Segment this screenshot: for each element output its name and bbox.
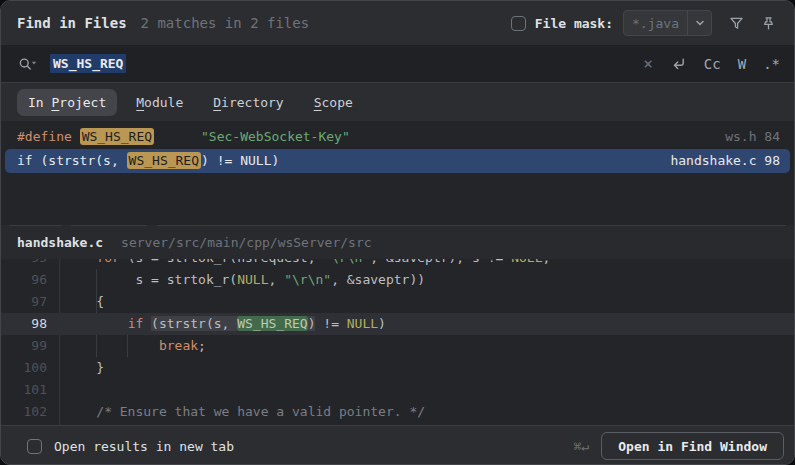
- match-case-toggle[interactable]: Cc: [704, 56, 721, 72]
- code-segment: ;: [542, 259, 550, 265]
- results-list: #define WS_HS_REQ "Sec-WebSocket-Key"ws.…: [1, 121, 794, 225]
- tab-in-project[interactable]: In Project: [17, 89, 117, 116]
- line-number: 99: [1, 335, 59, 357]
- search-options: × Cc W .*: [643, 55, 780, 72]
- code-line: 98 if (strstr(s, WS_HS_REQ) != NULL): [1, 313, 794, 335]
- code-line: 101: [1, 379, 794, 401]
- code-segment: "\r\n": [323, 259, 370, 265]
- line-number: 101: [1, 379, 59, 401]
- code-segment: #define: [17, 129, 80, 144]
- code-segment: , &saveptr)): [331, 272, 425, 287]
- code-line: 96 s = strtok_r(NULL, "\r\n", &saveptr)): [1, 269, 794, 291]
- code-segment: WS_HS_REQ: [127, 152, 201, 169]
- code-segment: NULL: [347, 316, 378, 331]
- search-bar: WS_HS_REQ × Cc W .*: [1, 45, 794, 83]
- code-segment: {: [65, 294, 104, 309]
- file-mask-combo[interactable]: *.java: [623, 10, 712, 36]
- match-count: 2 matches in 2 files: [141, 15, 310, 31]
- header-right-controls: File mask: *.java: [511, 10, 780, 36]
- code-segment: /* Ensure that we have a valid pointer. …: [96, 404, 425, 419]
- result-row[interactable]: if (strstr(s, WS_HS_REQ) != NULL)handsha…: [5, 149, 790, 173]
- code-segment: if: [128, 316, 151, 331]
- divider-segment: [157, 225, 786, 226]
- line-text: }: [59, 357, 104, 379]
- result-text: if (strstr(s, WS_HS_REQ) != NULL): [17, 149, 279, 173]
- code-segment: if (strstr(s,: [17, 153, 127, 168]
- code-line: 95 for (s = strtok_r(hsrequest, "\r\n", …: [1, 259, 794, 269]
- code-segment: WS_HS_REQ: [237, 316, 307, 331]
- line-text: [59, 379, 65, 401]
- result-location: handshake.c 98: [670, 149, 780, 173]
- search-query-text: WS_HS_REQ: [50, 54, 126, 73]
- bottom-right-controls: ⌘↵ Open in Find Window: [574, 432, 786, 460]
- dialog-header: Find in Files 2 matches in 2 files File …: [1, 1, 794, 45]
- line-number: 102: [1, 401, 59, 423]
- pin-icon[interactable]: [756, 11, 780, 35]
- code-line: 97 {: [1, 291, 794, 313]
- whole-words-toggle[interactable]: W: [738, 56, 746, 72]
- code-preview: 95 for (s = strtok_r(hsrequest, "\r\n", …: [1, 259, 794, 425]
- search-input[interactable]: WS_HS_REQ: [50, 45, 643, 82]
- clear-icon[interactable]: ×: [643, 56, 653, 72]
- line-number: 97: [1, 291, 59, 313]
- code-segment: s = strtok_r(: [65, 272, 237, 287]
- code-segment: ): [378, 316, 386, 331]
- dialog-title: Find in Files: [17, 15, 127, 31]
- code-segment: [65, 316, 128, 331]
- line-text: if (strstr(s, WS_HS_REQ) != NULL): [59, 313, 386, 335]
- line-text: break;: [59, 335, 206, 357]
- open-in-find-window-button[interactable]: Open in Find Window: [601, 432, 784, 460]
- code-segment: break: [159, 338, 198, 353]
- regex-toggle[interactable]: .*: [763, 56, 780, 72]
- code-line: 102 /* Ensure that we have a valid point…: [1, 401, 794, 423]
- code-segment: for: [96, 259, 127, 265]
- bottom-bar: Open results in new tab ⌘↵ Open in Find …: [1, 425, 794, 465]
- result-location: ws.h 84: [725, 125, 780, 149]
- open-results-checkbox[interactable]: [27, 439, 42, 454]
- code-segment: ;: [198, 338, 206, 353]
- code-segment: NULL: [237, 272, 268, 287]
- shortcut-hint: ⌘↵: [574, 439, 590, 454]
- code-segment: (s = strtok_r(hsrequest,: [128, 259, 324, 265]
- code-segment: ) != NULL): [201, 153, 279, 168]
- code-line: 100 }: [1, 357, 794, 379]
- preview-header: handshake.c server/src/main/cpp/wsServer…: [1, 225, 794, 259]
- search-icon[interactable]: [17, 55, 37, 73]
- file-mask-checkbox[interactable]: [511, 16, 526, 31]
- result-text: #define WS_HS_REQ "Sec-WebSocket-Key": [17, 125, 350, 149]
- line-number: 96: [1, 269, 59, 291]
- code-segment: [65, 259, 96, 265]
- line-number: 100: [1, 357, 59, 379]
- find-in-files-dialog: Find in Files 2 matches in 2 files File …: [0, 0, 795, 465]
- code-segment: [154, 129, 201, 144]
- tab-scope[interactable]: Scope: [303, 89, 364, 116]
- result-row[interactable]: #define WS_HS_REQ "Sec-WebSocket-Key"ws.…: [5, 125, 790, 149]
- file-mask-label: File mask:: [535, 16, 613, 31]
- line-text: for (s = strtok_r(hsrequest, "\r\n", &sa…: [59, 259, 550, 269]
- code-segment: ,: [269, 272, 285, 287]
- code-segment: }: [65, 360, 104, 375]
- divider-segment: [9, 225, 61, 226]
- code-segment: WS_HS_REQ: [80, 128, 154, 145]
- file-mask-value: *.java: [624, 16, 687, 31]
- open-results-label: Open results in new tab: [54, 439, 234, 454]
- filter-icon[interactable]: [724, 11, 748, 35]
- line-text: s = strtok_r(NULL, "\r\n", &saveptr)): [59, 269, 425, 291]
- code-segment: [65, 404, 96, 419]
- code-segment: "Sec-WebSocket-Key": [201, 129, 350, 144]
- scope-tabs: In Project Module Directory Scope: [1, 83, 794, 121]
- code-line: 99 break;: [1, 335, 794, 357]
- code-segment: "\r\n": [284, 272, 331, 287]
- code-segment: [65, 338, 159, 353]
- code-segment: , &saveptr); s !=: [370, 259, 511, 265]
- code-segment: (strstr(s,: [151, 316, 237, 331]
- line-number: 95: [1, 259, 59, 269]
- newline-icon[interactable]: [670, 55, 687, 72]
- tab-module[interactable]: Module: [125, 89, 194, 116]
- chevron-down-icon[interactable]: [687, 11, 711, 35]
- divider-segment: [71, 225, 147, 226]
- line-text: {: [59, 291, 104, 313]
- code-segment: !=: [315, 316, 346, 331]
- tab-directory[interactable]: Directory: [202, 89, 294, 116]
- code-segment: NULL: [511, 259, 542, 265]
